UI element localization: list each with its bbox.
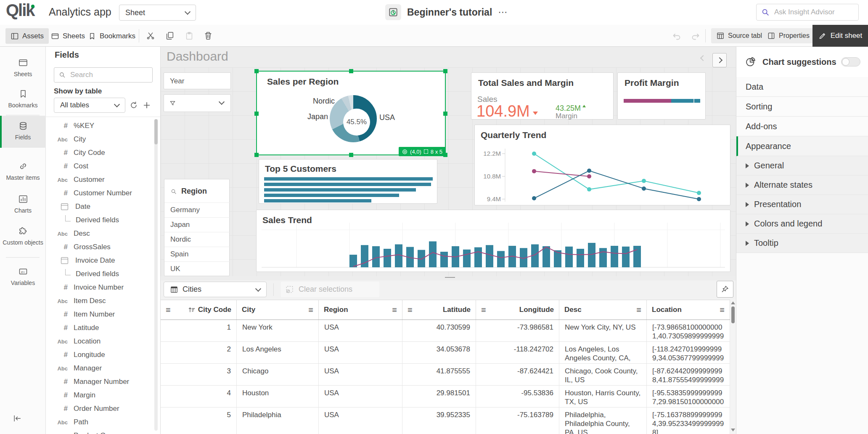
- table-row[interactable]: 5PhiladelphiaUSA39.952335-75.163789Phila…: [161, 407, 730, 434]
- sales-trend-chart[interactable]: Sales Trend: [256, 210, 730, 272]
- table-row[interactable]: 2Los AngelesUSA34.053678-118.242702Los A…: [161, 342, 730, 364]
- resize-handle[interactable]: [443, 112, 447, 116]
- total-sales-margin-kpi[interactable]: Total Sales and Margin Sales 104.9M 43.2…: [471, 72, 614, 120]
- fields-scrollbar[interactable]: [154, 119, 158, 431]
- quarterly-trend-chart[interactable]: Quarterly Trend 12.2M10.8M9.4M: [474, 125, 730, 205]
- customer-bar[interactable]: [264, 199, 371, 202]
- field-item[interactable]: #%KEY: [46, 119, 154, 133]
- pin-selections-button[interactable]: [717, 281, 733, 298]
- panel-subsection-colors-and-legend[interactable]: Colors and legend: [736, 214, 868, 234]
- sidebar-item-custom-objects[interactable]: Custom objects: [0, 226, 46, 246]
- resize-handle[interactable]: [254, 153, 259, 157]
- sort-ascending-icon[interactable]: [188, 306, 196, 313]
- field-item[interactable]: #Item Number: [46, 308, 154, 321]
- resize-handle[interactable]: [254, 69, 259, 73]
- sidebar-item-master-items[interactable]: Master items: [0, 161, 46, 181]
- cut-icon[interactable]: [146, 31, 155, 40]
- sheet-selector-dropdown[interactable]: Sheet: [119, 5, 196, 21]
- column-header-longitude[interactable]: ≡Longitude: [476, 300, 559, 320]
- region-value[interactable]: Spain: [164, 247, 230, 261]
- field-item[interactable]: #Longitude: [46, 348, 154, 362]
- panel-subsection-tooltip[interactable]: Tooltip: [736, 234, 868, 253]
- region-value[interactable]: Japan: [164, 217, 230, 232]
- sidebar-item-variables[interactable]: x=Variables: [0, 266, 46, 286]
- field-item[interactable]: #Manager Number: [46, 375, 154, 389]
- customer-bar[interactable]: [264, 188, 416, 192]
- column-menu-icon[interactable]: ≡: [392, 306, 397, 314]
- pane-splitter[interactable]: [161, 276, 736, 280]
- region-value[interactable]: UK: [164, 261, 230, 276]
- next-sheet-button[interactable]: [712, 53, 727, 67]
- field-item[interactable]: AbcManager: [46, 362, 154, 375]
- resize-handle[interactable]: [443, 69, 447, 73]
- column-menu-icon[interactable]: ≡: [481, 306, 486, 314]
- qlik-logo[interactable]: Qlik: [6, 1, 34, 20]
- properties-button[interactable]: Properties: [762, 28, 815, 43]
- column-menu-icon[interactable]: ≡: [166, 306, 171, 314]
- filter-dropdown[interactable]: [164, 94, 231, 112]
- field-item[interactable]: Derived fields: [46, 267, 154, 281]
- column-header-city[interactable]: City≡: [237, 300, 319, 320]
- table-row[interactable]: 3ChicagoUSA41.875555-87.624421Chicago, C…: [161, 364, 730, 386]
- chart-suggestions-toggle[interactable]: [841, 57, 860, 67]
- column-header-region[interactable]: Region≡: [319, 300, 402, 320]
- field-item[interactable]: #City Code: [46, 146, 154, 160]
- fields-search[interactable]: [54, 67, 153, 83]
- panel-section-data[interactable]: Data: [736, 77, 868, 97]
- field-item[interactable]: AbcPath: [46, 415, 154, 429]
- tab-bookmarks[interactable]: Bookmarks: [83, 28, 140, 44]
- delete-icon[interactable]: [204, 31, 213, 40]
- insight-advisor-search[interactable]: [756, 4, 859, 21]
- column-header-city-code[interactable]: ≡City Code: [161, 300, 237, 320]
- region-filter-pane[interactable]: Region GermanyJapanNordicSpainUK: [164, 179, 230, 276]
- field-item[interactable]: AbcItem Desc: [46, 294, 154, 308]
- table-filter-dropdown[interactable]: All tables: [54, 98, 125, 113]
- field-item[interactable]: AbcCity: [46, 133, 154, 146]
- table-row[interactable]: 4HoustonUSA29.981501-95.53836Houston, Ha…: [161, 386, 730, 407]
- panel-subsection-general[interactable]: General: [736, 156, 868, 176]
- profit-margin-chart[interactable]: Profit Margin: [617, 72, 706, 120]
- resize-handle[interactable]: [349, 69, 353, 73]
- field-item[interactable]: AbcProduct Group: [46, 429, 154, 434]
- column-header-desc[interactable]: Desc≡: [559, 300, 647, 320]
- field-item[interactable]: AbcDesc: [46, 227, 154, 240]
- collapse-panel-icon[interactable]: [13, 414, 22, 423]
- panel-section-sorting[interactable]: Sorting: [736, 97, 868, 117]
- scroll-up-icon[interactable]: [731, 301, 735, 304]
- field-item[interactable]: #Invoice Number: [46, 281, 154, 294]
- column-header-latitude[interactable]: ≡Latitude: [402, 300, 476, 320]
- top5-customers-chart[interactable]: Top 5 Customers: [259, 159, 437, 204]
- table-scrollbar[interactable]: [730, 300, 736, 434]
- more-options-button[interactable]: ⋯: [498, 7, 508, 18]
- table-row[interactable]: 1New YorkUSA40.730599-73.986581New York …: [161, 320, 730, 342]
- panel-subsection-presentation[interactable]: Presentation: [736, 195, 868, 214]
- field-item[interactable]: AbcCustomer: [46, 173, 154, 186]
- year-filter-pane[interactable]: Year: [164, 72, 231, 89]
- sidebar-item-fields[interactable]: Fields: [0, 121, 46, 141]
- sidebar-item-charts[interactable]: Charts: [0, 194, 46, 214]
- column-menu-icon[interactable]: ≡: [636, 306, 641, 314]
- tutorial-app-icon[interactable]: [385, 4, 401, 20]
- panel-subsection-alternate-states[interactable]: Alternate states: [736, 176, 868, 195]
- panel-section-add-ons[interactable]: Add-ons: [736, 117, 868, 136]
- region-value[interactable]: Nordic: [164, 232, 230, 247]
- edit-sheet-button[interactable]: Edit sheet: [812, 25, 868, 47]
- customer-bar[interactable]: [264, 183, 431, 186]
- tab-assets[interactable]: Assets: [5, 28, 49, 44]
- field-item[interactable]: #GrossSales: [46, 240, 154, 254]
- customer-bar[interactable]: [264, 177, 433, 181]
- resize-handle[interactable]: [254, 112, 259, 116]
- sales-per-region-chart[interactable]: Sales per Region 45.5% USA Japan Nordic …: [256, 71, 446, 155]
- sidebar-item-bookmarks[interactable]: Bookmarks: [0, 89, 46, 109]
- fields-search-input[interactable]: [69, 70, 148, 80]
- sidebar-item-sheets[interactable]: Sheets: [0, 58, 46, 77]
- panel-section-appearance[interactable]: Appearance: [736, 136, 868, 156]
- dataset-selector-dropdown[interactable]: Cities: [164, 282, 267, 297]
- column-menu-icon[interactable]: ≡: [308, 306, 313, 314]
- field-item[interactable]: Invoice Date: [46, 254, 154, 267]
- column-menu-icon[interactable]: ≡: [408, 306, 413, 314]
- field-item[interactable]: #Order Number: [46, 402, 154, 415]
- scrollbar-thumb[interactable]: [731, 306, 735, 323]
- field-item[interactable]: #Customer Number: [46, 186, 154, 200]
- field-item[interactable]: #Latitude: [46, 321, 154, 335]
